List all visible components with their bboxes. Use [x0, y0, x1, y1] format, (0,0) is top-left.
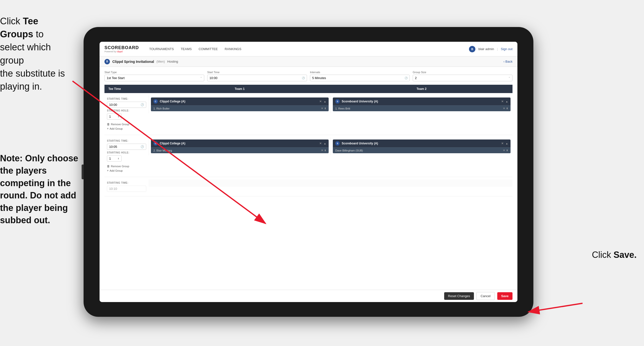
team1-controls-1: ✕ ▲: [319, 100, 326, 103]
back-button[interactable]: Back: [504, 60, 512, 63]
remove-team1-button-2[interactable]: ✕: [319, 142, 322, 145]
start-time-group: Start Time 10:00 🕐: [207, 71, 307, 81]
nav-rankings[interactable]: RANKINGS: [222, 46, 244, 52]
intervals-group: Intervals 5 Minutes 🕐: [310, 71, 410, 81]
th-team1: Team 1: [149, 85, 330, 93]
starting-time-label-1: STARTING TIME:: [107, 97, 146, 100]
team2-header-2: S Scoreboard University (A) ✕ ▲: [333, 139, 510, 147]
group-actions-1: 🗑 Remove Group + Add Group: [107, 123, 146, 130]
nav-committee[interactable]: COMMITTEE: [196, 46, 221, 52]
team2-card-2[interactable]: S Scoreboard University (A) ✕ ▲ Dave Bil…: [333, 139, 510, 153]
remove-team2-button-2[interactable]: ✕: [501, 142, 504, 145]
team2-name-2: Scoreboard University (A): [342, 142, 499, 145]
nav-tournaments[interactable]: TOURNAMENTS: [146, 46, 177, 52]
start-config: Start Type 1st Tee Start ⌃ Start Time 10…: [104, 71, 512, 81]
team2-card-1[interactable]: S Scoreboard University (A) ✕ ▲ 1. Rees …: [333, 97, 510, 111]
group-size-label: Group Size: [413, 71, 512, 74]
clock-icon-3: 🕐: [140, 103, 144, 106]
cancel-button[interactable]: Cancel: [476, 292, 494, 300]
starting-time-label-2: STARTING TIME:: [107, 139, 146, 142]
add-group-button-1[interactable]: + Add Group: [107, 127, 146, 130]
breadcrumb-sub: (Men): [156, 60, 165, 63]
group-controls-1: STARTING TIME: 10:00 🕐 STARTING HOLE: 1 …: [104, 95, 149, 132]
team2-icon-2: S: [335, 141, 340, 146]
footer-bar: Reset Changes Cancel Save: [100, 290, 518, 302]
start-type-value: 1st Tee Start: [107, 76, 124, 80]
th-tee-time: Tee Time: [104, 85, 149, 93]
team1-controls-2: ✕ ▲: [319, 142, 326, 145]
trash-icon: 🗑: [107, 123, 110, 126]
time-input-partial[interactable]: 10:10: [107, 186, 146, 192]
remove-player-1-t2[interactable]: ✕: [503, 107, 505, 110]
player-row-1-t2: 1. Rees Britt ✕ ⬍: [333, 105, 510, 111]
team1-card-1[interactable]: C Clippd College (A) ✕ ▲ 1. Rich Butler …: [151, 97, 329, 111]
plus-icon-2: +: [107, 169, 109, 172]
group-actions-2: 🗑 Remove Group + Add Group: [107, 165, 146, 172]
annotation-right: Click Save.: [592, 250, 637, 260]
reset-button[interactable]: Reset Changes: [444, 292, 474, 300]
stepper-icon: ⬍: [118, 115, 120, 118]
team1-header-1: C Clippd College (A) ✕ ▲: [151, 97, 329, 105]
annotation-top-left: Click Tee Groups to select which group t…: [0, 15, 74, 93]
start-time-value: 10:00: [210, 76, 218, 80]
start-time-input[interactable]: 10:00 🕐: [207, 75, 307, 81]
breadcrumb-left: B Clippd Spring Invitational (Men) Hosti…: [104, 59, 178, 64]
group-size-group: Group Size 2 ⌃: [413, 71, 512, 81]
expand-icon-4: ▲: [506, 142, 508, 145]
nav-items: TOURNAMENTS TEAMS COMMITTEE RANKINGS: [146, 46, 469, 52]
player-arrow-2: ⬍: [506, 107, 508, 110]
remove-player-2-t2[interactable]: ✕: [503, 149, 505, 152]
nav-right: B blair admin | Sign out: [469, 46, 512, 52]
start-type-input[interactable]: 1st Tee Start ⌃: [104, 75, 204, 81]
starting-hole-input-2[interactable]: 1 ⬍: [107, 155, 122, 162]
starting-hole-input-1[interactable]: 1 ⬍: [107, 113, 122, 120]
remove-player-1-t1[interactable]: ✕: [321, 107, 323, 110]
group-row-1: STARTING TIME: 10:00 🕐 STARTING HOLE: 1 …: [104, 93, 512, 135]
annotation-bottom-left: Note: Only choose the players competing …: [0, 152, 79, 226]
logo-sub: Powered by clippd: [104, 50, 139, 53]
intervals-label: Intervals: [310, 71, 410, 74]
team2-controls-2: ✕ ▲: [501, 142, 508, 145]
remove-group-button-1[interactable]: 🗑 Remove Group: [107, 123, 146, 126]
starting-time-input-2[interactable]: 10:05 🕐: [107, 144, 146, 150]
group-size-value: 2: [415, 76, 417, 80]
svg-line-2: [528, 303, 582, 312]
start-type-group: Start Type 1st Tee Start ⌃: [104, 71, 204, 81]
breadcrumb-hosting: Hosting: [168, 60, 178, 63]
avatar: B: [469, 46, 476, 52]
team2-header-1: S Scoreboard University (A) ✕ ▲: [333, 97, 510, 105]
team2-icon-1: S: [335, 99, 340, 104]
player-row-2-t2: Dave Billingham (SUB) ✕ ⬍: [333, 147, 510, 153]
group-row-partial: STARTING TIME: 10:10: [104, 177, 512, 196]
remove-team2-button-1[interactable]: ✕: [501, 100, 504, 103]
clock-icon-2: 🕐: [404, 77, 408, 79]
team2-cell-1: S Scoreboard University (A) ✕ ▲ 1. Rees …: [330, 95, 512, 113]
start-type-label: Start Type: [104, 71, 204, 74]
team2-controls-1: ✕ ▲: [501, 100, 508, 103]
save-button[interactable]: Save: [497, 292, 512, 300]
plus-icon: +: [107, 127, 109, 130]
clock-icon: 🕐: [302, 77, 305, 79]
player-name-2-t1: 2. Blair McHarg: [154, 149, 321, 152]
remove-player-2-t1[interactable]: ✕: [321, 149, 323, 152]
team1-icon-2: C: [154, 141, 158, 146]
team1-name-2: Clippd College (A): [160, 142, 317, 145]
logo-title: SCOREBOARD: [104, 45, 139, 50]
team2-cell-partial: [330, 180, 512, 187]
add-group-button-2[interactable]: + Add Group: [107, 169, 146, 172]
tee-table-header: Tee Time Team 1 Team 2: [104, 85, 512, 93]
remove-team1-button-1[interactable]: ✕: [319, 100, 322, 103]
group-size-input[interactable]: 2 ⌃: [413, 75, 512, 81]
team1-name-1: Clippd College (A): [160, 100, 317, 103]
expand-icon-1: ▲: [324, 100, 326, 103]
starting-time-input-1[interactable]: 10:00 🕐: [107, 102, 146, 108]
team1-card-2[interactable]: C Clippd College (A) ✕ ▲ 2. Blair McHarg…: [151, 139, 329, 153]
signout-link[interactable]: Sign out: [501, 47, 512, 51]
intervals-input[interactable]: 5 Minutes 🕐: [310, 75, 410, 81]
expand-icon-2: ▲: [506, 100, 508, 103]
remove-group-button-2[interactable]: 🗑 Remove Group: [107, 165, 146, 168]
start-time-label: Start Time: [207, 71, 307, 74]
player-arrow-3: ⬍: [324, 149, 326, 152]
nav-teams[interactable]: TEAMS: [178, 46, 195, 52]
group-row-2: STARTING TIME: 10:05 🕐 STARTING HOLE: 1 …: [104, 135, 512, 177]
